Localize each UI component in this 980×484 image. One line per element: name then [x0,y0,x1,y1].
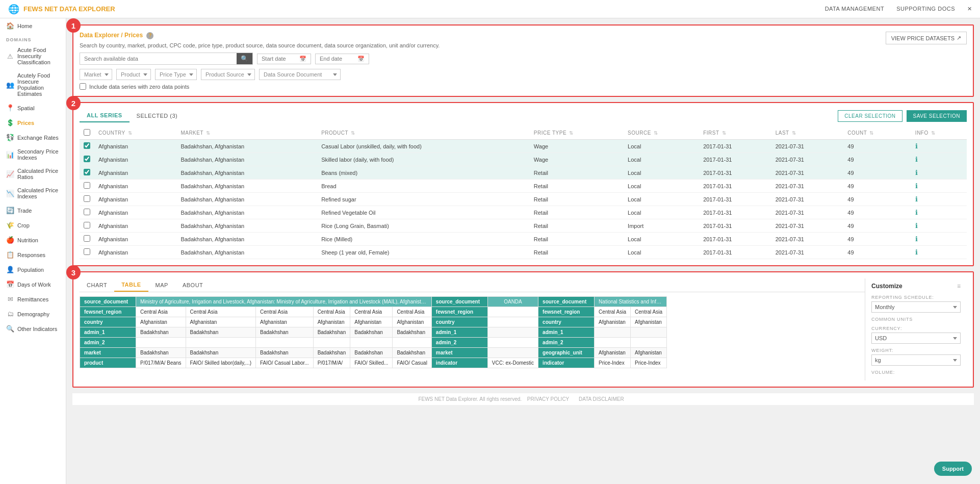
sidebar-item-calc-ratios[interactable]: 📈 Calculated Price Ratios [0,164,66,184]
tab-all-series[interactable]: ALL SERIES [80,109,130,122]
sidebar-item-acutely-food[interactable]: 👥 Acutely Food Insecure Population Estim… [0,69,66,100]
tab-table[interactable]: TABLE [114,278,148,292]
row-info[interactable]: ℹ [911,166,967,180]
row-last: 2021-07-31 [771,180,844,193]
end-date-input[interactable] [320,56,355,62]
search-button[interactable]: 🔍 [237,53,252,64]
close-icon[interactable]: ✕ [967,6,972,12]
row-checkbox[interactable] [84,156,90,162]
sidebar-item-prices[interactable]: 💲 Prices [0,115,66,130]
select-all-checkbox[interactable] [84,129,90,136]
row-info[interactable]: ℹ [911,259,967,260]
row-checkbox[interactable] [84,142,90,149]
info-icon[interactable]: ℹ [915,235,918,243]
row-checkbox[interactable] [84,248,90,255]
customize-menu-icon[interactable]: ≡ [957,283,961,290]
start-date-input[interactable] [262,56,297,62]
help-icon[interactable]: ? [146,32,153,39]
tab-selected[interactable]: SELECTED (3) [130,110,185,122]
supporting-docs-link[interactable]: SUPPORTING DOCS [896,6,955,12]
data-source-doc-filter[interactable]: Data Source Document [259,69,341,80]
row-info[interactable]: ℹ [911,193,967,206]
info-icon[interactable]: ℹ [915,182,918,190]
zero-points-checkbox-label[interactable]: Include data series with zero data point… [80,83,440,90]
info-icon[interactable]: ℹ [915,156,918,163]
product-filter[interactable]: Product [116,69,151,80]
row-checkbox[interactable] [84,195,90,202]
row-info[interactable]: ℹ [911,153,967,166]
sidebar-item-home[interactable]: 🏠 Home [0,18,66,33]
info-icon[interactable]: ℹ [915,222,918,230]
data-management-link[interactable]: DATA MANAGEMENT [825,6,885,12]
row-country: Afghanistan [94,246,176,259]
sidebar-item-calc-indexes[interactable]: 📉 Calculated Price Indexes [0,184,66,203]
sidebar-item-exchange[interactable]: 💱 Exchange Rates [0,130,66,145]
weight-select[interactable]: kg [871,354,961,366]
row-info[interactable]: ℹ [911,180,967,193]
zero-points-checkbox[interactable] [80,83,86,90]
sidebar-item-demography[interactable]: 🗂 Demography [0,307,66,321]
sidebar-item-population[interactable]: 👤 Population [0,262,66,277]
row-checkbox[interactable] [84,182,90,189]
info-icon[interactable]: ℹ [915,169,918,176]
clear-selection-button[interactable]: CLEAR SELECTION [838,110,902,122]
sidebar-item-responses[interactable]: 📋 Responses [0,247,66,262]
info-icon[interactable]: ℹ [915,195,918,203]
row-checkbox-cell[interactable] [80,153,94,166]
row-checkbox-cell[interactable] [80,193,94,206]
end-date-wrap[interactable]: 📅 [315,54,369,64]
info-icon[interactable]: ℹ [915,209,918,216]
market-filter[interactable]: Market [80,69,112,80]
select-all-header[interactable] [80,126,94,140]
row-info[interactable]: ℹ [911,219,967,233]
weight-label: WEIGHT: [871,348,961,353]
row-info[interactable]: ℹ [911,246,967,259]
reporting-schedule-select[interactable]: Monthly [871,301,961,313]
price-type-filter[interactable]: Price Type [155,69,197,80]
row-checkbox-cell[interactable] [80,219,94,233]
tab-chart[interactable]: CHART [80,278,114,292]
privacy-policy-link[interactable]: PRIVACY POLICY [527,396,569,402]
row-checkbox-cell[interactable] [80,140,94,153]
tab-about[interactable]: ABOUT [175,278,210,292]
row-checkbox-cell[interactable] [80,246,94,259]
data-grid-wrap[interactable]: source_document Ministry of Agriculture,… [80,296,865,368]
tab-map[interactable]: MAP [148,278,175,292]
sidebar-item-remittances[interactable]: ✉ Remittances [0,292,66,307]
table-row: Afghanistan Badakhshan, Afghanistan Brea… [80,180,967,193]
sidebar-item-nutrition[interactable]: 🍎 Nutrition [0,233,66,247]
currency-select[interactable]: USD [871,333,961,344]
row-info[interactable]: ℹ [911,140,967,153]
view-price-datasets-button[interactable]: VIEW PRICE DATASETS ↗ [886,32,967,44]
sidebar-item-crop[interactable]: 🌾 Crop [0,218,66,233]
row-info[interactable]: ℹ [911,206,967,219]
search-input[interactable] [80,53,237,64]
sidebar-item-acute-food[interactable]: ⚠ Acute Food Insecurity Classification [0,43,66,69]
row-checkbox-cell[interactable] [80,166,94,180]
row-checkbox[interactable] [84,169,90,175]
support-button[interactable]: Support [934,462,972,476]
sidebar-item-days-work[interactable]: 📅 Days of Work [0,277,66,292]
table-scroll-wrap[interactable]: COUNTRY ⇅ MARKET ⇅ PRODUCT ⇅ PRICE TYPE … [80,126,967,259]
info-icon[interactable]: ℹ [915,248,918,256]
row-checkbox[interactable] [84,222,90,228]
row-checkbox-cell[interactable] [80,233,94,246]
info-icon[interactable]: ℹ [915,142,918,150]
row-info[interactable]: ℹ [911,233,967,246]
start-date-wrap[interactable]: 📅 [257,54,311,64]
data-disclaimer-link[interactable]: DATA DISCLAIMER [579,396,624,402]
product-source-filter[interactable]: Product Source [201,69,255,80]
sidebar-item-trade[interactable]: 🔄 Trade [0,203,66,218]
row-source: Local [624,206,699,219]
row-checkbox[interactable] [84,209,90,215]
sidebar-item-spatial[interactable]: 📍 Spatial [0,100,66,115]
row-checkbox[interactable] [84,235,90,242]
sidebar-item-secondary[interactable]: 📊 Secondary Price Indexes [0,145,66,164]
row-checkbox-cell[interactable] [80,180,94,193]
admin1-s3-cell-2 [631,327,667,338]
save-selection-button[interactable]: SAVE SELECTION [907,110,967,122]
row-checkbox-cell[interactable] [80,206,94,219]
sidebar-item-other[interactable]: 🔍 Other Indicators [0,321,66,336]
table-row: Afghanistan Badakhshan, Afghanistan Rice… [80,219,967,233]
row-checkbox-cell[interactable] [80,259,94,260]
